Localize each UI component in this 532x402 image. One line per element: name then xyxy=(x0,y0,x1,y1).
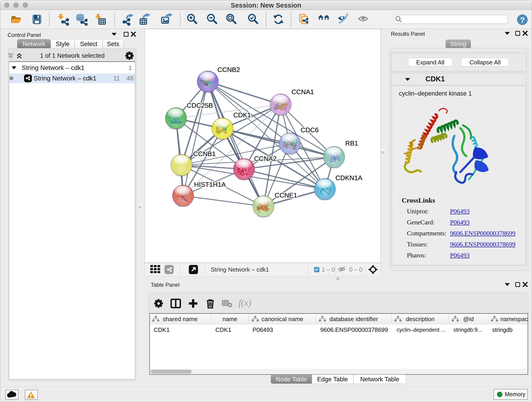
svg-text:CDC6: CDC6 xyxy=(301,126,319,134)
svg-text:RB1: RB1 xyxy=(345,140,358,147)
svg-text:CDC25B: CDC25B xyxy=(187,102,213,109)
svg-text:CDKN1A: CDKN1A xyxy=(336,174,362,182)
svg-text:CCNB2: CCNB2 xyxy=(217,66,240,73)
svg-text:HIST1H1A: HIST1H1A xyxy=(194,181,226,188)
svg-text:CDK1: CDK1 xyxy=(233,111,251,119)
svg-text:CCNA2: CCNA2 xyxy=(254,155,277,162)
svg-text:CCNB1: CCNB1 xyxy=(193,150,215,157)
svg-text:CCNA1: CCNA1 xyxy=(291,88,314,96)
svg-text:CCNE1: CCNE1 xyxy=(275,191,297,199)
